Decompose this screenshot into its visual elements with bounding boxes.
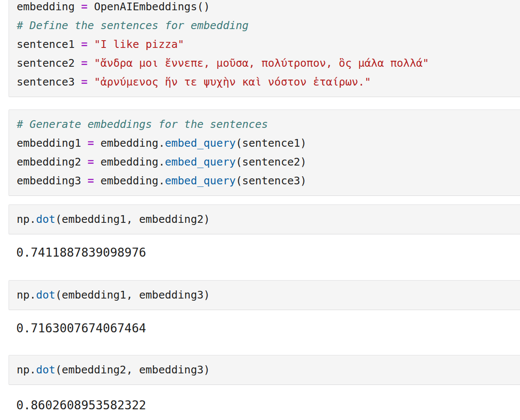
code-token: (embedding2, embedding3): [55, 364, 210, 376]
code-token: [88, 57, 94, 69]
code-token: np.: [17, 364, 36, 376]
code-token: embedding3: [17, 175, 88, 187]
code-token: =: [81, 57, 88, 69]
code-token: dot: [36, 213, 55, 225]
notebook: embedding = OpenAIEmbeddings()# Define t…: [0, 0, 520, 415]
code-token: (sentence3): [236, 175, 307, 187]
code-token: np.: [17, 213, 36, 225]
code-token: dot: [36, 364, 55, 376]
code-cell-1[interactable]: embedding = OpenAIEmbeddings()# Define t…: [9, 0, 520, 97]
code-token: =: [88, 175, 94, 187]
code-token: sentence3: [17, 76, 81, 88]
code-token: "I like pizza": [94, 38, 184, 50]
code-line: embedding3 = embedding.embed_query(sente…: [17, 172, 514, 190]
code-token: [88, 76, 94, 88]
code-token: =: [88, 137, 94, 149]
code-line: np.dot(embedding2, embedding3): [17, 361, 514, 379]
code-token: (embedding1, embedding2): [55, 213, 210, 225]
code-line: # Define the sentences for embedding: [17, 16, 514, 35]
code-line: np.dot(embedding1, embedding2): [17, 210, 514, 229]
code-line: np.dot(embedding1, embedding3): [17, 286, 514, 305]
code-token: np.: [17, 289, 36, 301]
code-token: sentence2: [17, 57, 81, 69]
code-token: embedding.: [94, 156, 165, 168]
code-token: dot: [36, 289, 55, 301]
code-token: embedding1: [17, 137, 88, 149]
code-line: embedding2 = embedding.embed_query(sente…: [17, 153, 514, 172]
code-line: embedding1 = embedding.embed_query(sente…: [17, 134, 514, 153]
code-token: embedding.: [94, 175, 165, 187]
code-line: # Generate embeddings for the sentences: [17, 115, 514, 134]
code-cell-2[interactable]: # Generate embeddings for the sentencese…: [9, 109, 520, 196]
code-token: embedding: [17, 0, 81, 13]
code-line: sentence3 = "ἀρνύμενος ἥν τε ψυχὴν καὶ ν…: [17, 73, 514, 92]
code-line: sentence2 = "ἄνδρα μοι ἔννεπε, μοῦσα, πο…: [17, 54, 514, 73]
code-token: [88, 38, 94, 50]
code-token: embed_query: [165, 175, 236, 187]
code-token: =: [88, 156, 94, 168]
code-token: (sentence2): [236, 156, 307, 168]
code-token: OpenAIEmbeddings(): [88, 0, 210, 13]
code-token: (embedding1, embedding3): [55, 289, 210, 301]
code-token: =: [81, 76, 88, 88]
code-token: # Generate embeddings for the sentences: [17, 118, 268, 130]
output-3: 0.8602608953582322: [9, 396, 520, 415]
output-2: 0.7163007674067464: [9, 319, 520, 338]
code-token: "ἄνδρα μοι ἔννεπε, μοῦσα, πολύτροπον, ὃς…: [94, 57, 429, 69]
code-token: embedding.: [94, 137, 165, 149]
code-token: embed_query: [165, 156, 236, 168]
code-token: embed_query: [165, 137, 236, 149]
code-cell-3[interactable]: np.dot(embedding1, embedding2): [9, 204, 520, 234]
code-token: # Define the sentences for embedding: [17, 19, 249, 32]
code-token: "ἀρνύμενος ἥν τε ψυχὴν καὶ νόστον ἑταίρω…: [94, 76, 371, 88]
code-token: =: [81, 0, 88, 13]
code-cell-5[interactable]: np.dot(embedding2, embedding3): [9, 355, 520, 385]
code-cell-4[interactable]: np.dot(embedding1, embedding3): [9, 280, 520, 310]
code-line: embedding = OpenAIEmbeddings(): [17, 0, 514, 16]
code-token: sentence1: [17, 38, 81, 50]
output-1: 0.7411887839098976: [9, 243, 520, 262]
code-line: sentence1 = "I like pizza": [17, 35, 514, 54]
code-token: (sentence1): [236, 137, 307, 149]
code-token: =: [81, 38, 88, 50]
code-token: embedding2: [17, 156, 88, 168]
